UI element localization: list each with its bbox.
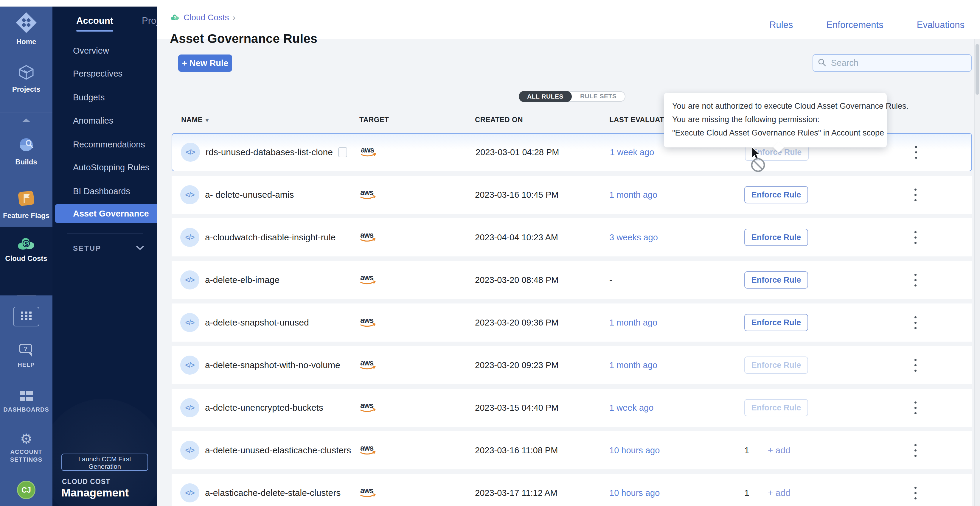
last-evaluation-link[interactable]: 1 week ago (610, 148, 654, 157)
sidebar-item-feature-flags[interactable]: Feature Flags (0, 189, 52, 220)
chevron-down-icon (135, 245, 145, 252)
created-on: 2023-03-16 10:45 PM (475, 190, 559, 200)
sidebar-item-bi-dashboards[interactable]: BI Dashboards (73, 185, 130, 197)
last-evaluation-link[interactable]: 3 weeks ago (609, 233, 658, 243)
created-on: 2023-03-20 09:23 PM (475, 360, 559, 370)
created-on: 2023-04-04 10:23 AM (475, 233, 558, 243)
sidebar-item-account-settings[interactable]: ⚙ ACCOUNT SETTINGS (0, 432, 52, 463)
cloud-dollar-icon: $ (16, 247, 37, 252)
toggle-rule-sets[interactable]: RULE SETS (572, 91, 625, 102)
table-row[interactable]: </> a-delete-snapshot-unused aws 2023-03… (172, 303, 972, 342)
module-name: Management (61, 487, 129, 499)
tab-account[interactable]: Account (76, 16, 113, 26)
breadcrumb: $ Cloud Costs › (170, 13, 236, 23)
rule-name: a-delete-elb-image (205, 275, 280, 285)
tooltip-line: You are not authorized to execute Cloud … (672, 100, 878, 113)
table-row[interactable]: </> a-delete-unused-elasticache-clusters… (172, 431, 972, 470)
toggle-all-rules[interactable]: ALL RULES (519, 91, 572, 102)
sidebar-item-perspectives[interactable]: Perspectives (73, 68, 123, 79)
tab-rules[interactable]: Rules (769, 20, 793, 30)
launch-ccm-first-gen-button[interactable]: Launch CCM First Generation (61, 454, 148, 471)
last-evaluation-link[interactable]: 1 month ago (609, 360, 657, 370)
enforce-rule-button[interactable]: Enforce Rule (744, 229, 808, 246)
scrollbar[interactable] (974, 39, 980, 506)
kebab-menu-icon[interactable] (909, 484, 921, 502)
sidebar-item-projects[interactable]: Projects (0, 63, 52, 94)
sidebar-item-label: Builds (0, 158, 52, 166)
add-enforcement-link[interactable]: + add (768, 445, 791, 455)
column-header-name[interactable]: NAME▾ (181, 116, 208, 124)
table-row[interactable]: </> a-delete-unencrypted-buckets aws 202… (172, 389, 972, 427)
table-row[interactable]: </> a- delete-unused-amis aws 2023-03-16… (172, 176, 972, 214)
enforce-rule-button[interactable]: Enforce Rule (744, 271, 808, 289)
svg-text:aws: aws (360, 316, 373, 324)
svg-text:aws: aws (360, 487, 373, 495)
setup-section-toggle[interactable]: SETUP (73, 244, 145, 252)
row-action-cell: Enforce Rule (744, 314, 808, 331)
kebab-menu-icon[interactable] (909, 186, 921, 204)
last-evaluation-link[interactable]: 10 hours ago (609, 488, 660, 498)
kebab-menu-icon[interactable] (909, 271, 921, 289)
breadcrumb-separator: › (233, 13, 236, 23)
aws-logo-icon: aws (360, 444, 377, 457)
table-row[interactable]: </> a-delete-elb-image aws 2023-03-20 08… (172, 261, 972, 299)
primary-nav-rail: Home Projects (0, 6, 52, 506)
rule-icon: </> (181, 143, 200, 162)
sidebar-item-budgets[interactable]: Budgets (73, 92, 105, 103)
last-evaluation-link[interactable]: 1 week ago (609, 403, 654, 413)
row-action-cell: 1 + add (744, 488, 791, 498)
sidebar-item-recommendations[interactable]: Recommendations (73, 138, 145, 151)
sidebar-item-cloud-costs[interactable]: $ Cloud Costs (0, 235, 52, 263)
last-evaluation-link[interactable]: 1 month ago (609, 190, 657, 200)
module-kicker: CLOUD COST (62, 478, 110, 486)
table-row[interactable]: </> a-elasticache-delete-stale-clusters … (172, 474, 972, 506)
aws-logo-icon: aws (360, 401, 377, 414)
last-evaluation-link[interactable]: 1 month ago (609, 318, 657, 328)
tab-evaluations[interactable]: Evaluations (917, 20, 964, 30)
scrollbar-thumb[interactable] (975, 44, 979, 95)
search-icon (818, 59, 826, 68)
kebab-menu-icon[interactable] (910, 143, 922, 161)
last-evaluation-link[interactable]: - (609, 275, 612, 285)
sidebar-item-home[interactable]: Home (0, 11, 52, 46)
sidebar-item-anomalies[interactable]: Anomalies (73, 115, 113, 127)
row-action-cell: Enforce Rule (744, 357, 808, 374)
rule-name-cell: a-delete-snapshot-with-no-volume (205, 360, 340, 370)
kebab-menu-icon[interactable] (909, 441, 921, 459)
copy-icon[interactable] (338, 147, 347, 157)
sidebar-item-dashboards[interactable]: DASHBOARDS (0, 390, 52, 413)
avatar[interactable]: CJ (17, 481, 35, 499)
sidebar-item-autostopping-rules[interactable]: AutoStopping Rules (73, 162, 149, 173)
column-header-target: TARGET (360, 116, 389, 124)
kebab-menu-icon[interactable] (909, 228, 921, 246)
table-row[interactable]: </> a-cloudwatch-disable-insight-rule aw… (172, 218, 972, 257)
table-row[interactable]: </> a-delete-snapshot-with-no-volume aws… (172, 346, 972, 384)
search-input[interactable] (830, 58, 966, 68)
svg-text:aws: aws (360, 274, 373, 282)
gear-icon: ⚙ (20, 431, 32, 446)
add-enforcement-link[interactable]: + add (768, 488, 791, 498)
new-rule-button[interactable]: + New Rule (178, 54, 232, 72)
kebab-menu-icon[interactable] (909, 356, 921, 374)
kebab-menu-icon[interactable] (909, 399, 921, 417)
sidebar-item-help[interactable]: ? HELP (0, 343, 52, 368)
nav-collapse-control[interactable] (0, 113, 52, 131)
divider (67, 233, 143, 234)
sidebar-item-asset-governance[interactable]: Asset Governance (73, 208, 149, 219)
enforce-rule-button[interactable]: Enforce Rule (744, 314, 808, 331)
enforcement-count: 1 (744, 445, 749, 455)
sidebar-item-overview[interactable]: Overview (73, 45, 109, 57)
enforce-rule-button[interactable]: Enforce Rule (744, 357, 808, 374)
divider (17, 295, 36, 296)
tab-project[interactable]: Project (142, 16, 158, 26)
sidebar-item-builds[interactable]: Builds (0, 135, 52, 166)
breadcrumb-link-cloud-costs[interactable]: Cloud Costs (183, 13, 229, 22)
enforce-rule-button[interactable]: Enforce Rule (744, 399, 808, 416)
svg-text:aws: aws (360, 231, 373, 239)
tab-enforcements[interactable]: Enforcements (826, 20, 883, 30)
app-window: Home Projects (0, 0, 980, 506)
last-evaluation-link[interactable]: 10 hours ago (609, 446, 660, 455)
module-picker-button[interactable] (13, 307, 39, 327)
kebab-menu-icon[interactable] (909, 314, 921, 332)
enforce-rule-button[interactable]: Enforce Rule (744, 186, 808, 203)
